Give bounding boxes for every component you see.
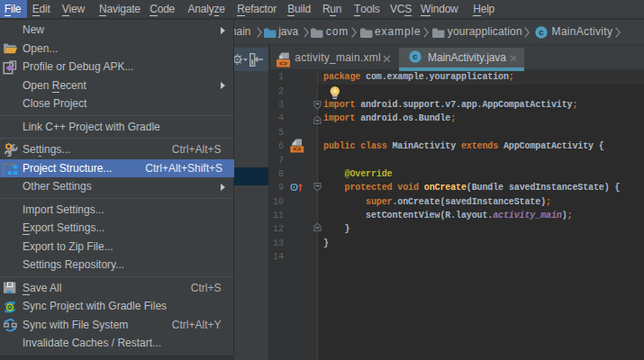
svg-text:c: c [540,27,544,37]
svg-text:<>: <> [293,147,302,154]
svg-text:<>: <> [279,60,288,68]
svg-text:c: c [413,51,417,61]
